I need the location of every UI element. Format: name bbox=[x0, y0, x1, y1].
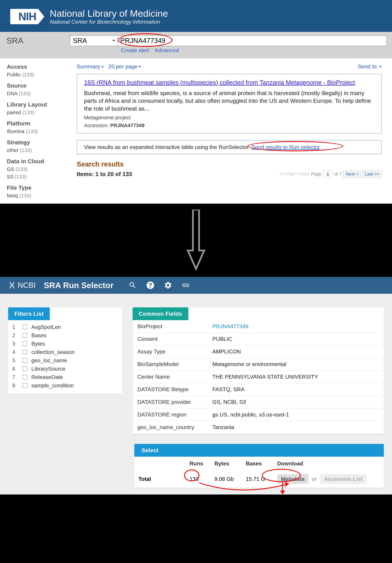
search-input[interactable] bbox=[118, 35, 387, 46]
facet-item[interactable]: S3 (133) bbox=[7, 174, 65, 179]
select-tab: Select bbox=[134, 444, 384, 457]
filter-row[interactable]: 4collection_season bbox=[12, 348, 118, 356]
filters-panel: Filters List 1AvgSpotLen 2Bases 3Bytes 4… bbox=[8, 307, 122, 394]
facet-head: Platform bbox=[7, 120, 65, 127]
filter-row[interactable]: 5geo_loc_name bbox=[12, 356, 118, 365]
run-selector-header: NCBI SRA Run Selector ? bbox=[0, 277, 392, 294]
flow-arrow-icon bbox=[0, 204, 392, 277]
pager-page-label: Page bbox=[311, 171, 321, 177]
search-results-heading: Search results bbox=[77, 160, 382, 168]
col-download: Download bbox=[273, 457, 384, 471]
col-runs: Runs bbox=[185, 457, 210, 471]
facet-item[interactable]: other (133) bbox=[7, 147, 65, 153]
service-label: SRA bbox=[5, 36, 70, 45]
filter-row[interactable]: 6LibrarySource bbox=[12, 365, 118, 373]
facet-item[interactable]: fastq (133) bbox=[7, 193, 65, 199]
link-icon[interactable] bbox=[182, 281, 190, 289]
annotation-arrow-icon bbox=[279, 482, 286, 494]
send-to-dropdown[interactable]: Send to: bbox=[358, 64, 382, 70]
pager-page-input[interactable] bbox=[323, 170, 333, 178]
facet-head: Library Layout bbox=[7, 101, 65, 108]
facet-head: Access bbox=[7, 64, 65, 70]
advanced-link[interactable]: Advanced bbox=[155, 47, 179, 53]
send-to-runselector-link[interactable]: Send results to Run selector bbox=[251, 144, 320, 150]
svg-text:?: ? bbox=[148, 282, 152, 289]
filter-row[interactable]: 1AvgSpotLen bbox=[12, 323, 118, 331]
field-row: ConsentPUBLIC bbox=[133, 333, 384, 345]
facet-item[interactable]: GS (133) bbox=[7, 166, 65, 172]
filters-tab: Filters List bbox=[8, 307, 50, 320]
or-label: or bbox=[312, 476, 317, 482]
facet-head: Strategy bbox=[7, 139, 65, 146]
pager-prev: < Prev bbox=[296, 171, 309, 177]
field-row: geo_loc_name_countryTanzania bbox=[133, 421, 384, 434]
field-row: DATASTORE filetypeFASTQ, SRA bbox=[133, 383, 384, 396]
filter-row[interactable]: 3Bytes bbox=[12, 340, 118, 348]
result-title-link[interactable]: 16S rRNA from bushmeat samples (multispe… bbox=[84, 79, 355, 86]
nlm-subtitle: National Center for Biotechnology Inform… bbox=[50, 19, 168, 25]
facet-head: Source bbox=[7, 82, 65, 89]
items-count: Items: 1 to 20 of 133 bbox=[77, 171, 132, 177]
facet-item[interactable]: Public (133) bbox=[7, 72, 65, 77]
result-accession: Accession: PRJNA477349 bbox=[84, 123, 374, 128]
facet-item[interactable]: paired (133) bbox=[7, 110, 65, 115]
help-icon[interactable]: ? bbox=[146, 281, 154, 289]
col-bytes: Bytes bbox=[210, 457, 242, 471]
facet-head: File Type bbox=[7, 184, 65, 191]
select-panel: Select Runs Bytes Bases Download Total 1… bbox=[134, 444, 384, 488]
nlm-title: National Library of Medicine bbox=[50, 8, 168, 19]
field-row: BioProjectPRJNA477349 bbox=[133, 320, 384, 333]
pager-of-label: of 7 bbox=[334, 171, 342, 177]
field-row: Assay TypeAMPLICON bbox=[133, 345, 384, 358]
col-bases: Bases bbox=[242, 457, 273, 471]
pager-first: << First bbox=[280, 171, 295, 177]
result-card: 16S rRNA from bushmeat samples (multispe… bbox=[77, 74, 382, 134]
summary-dropdown[interactable]: Summary bbox=[77, 64, 104, 70]
filter-row[interactable]: 8sample_condition bbox=[12, 381, 118, 390]
facet-item[interactable]: DNA (133) bbox=[7, 91, 65, 96]
result-meta: Metagenome project bbox=[84, 115, 374, 120]
total-label: Total bbox=[138, 476, 151, 482]
per-page-dropdown[interactable]: 20 per page bbox=[108, 64, 141, 70]
bioproject-link[interactable]: PRJNA477349 bbox=[212, 323, 248, 329]
facet-item[interactable]: Illumina (133) bbox=[7, 128, 65, 134]
filter-row[interactable]: 7ReleaseDate bbox=[12, 373, 118, 381]
filter-row[interactable]: 2Bases bbox=[12, 331, 118, 340]
field-row: DATASTORE regiongs.US, ncbi.public, s3.u… bbox=[133, 408, 384, 421]
field-row: BioSampleModelMetagenome or environmenta… bbox=[133, 358, 384, 371]
nih-logo[interactable]: NIH bbox=[10, 9, 44, 24]
facet-head: Data in Cloud bbox=[7, 158, 65, 165]
pager-last[interactable]: Last >> bbox=[363, 171, 382, 178]
common-fields-tab: Common Fields bbox=[133, 307, 188, 320]
result-description: Bushmeat, meat from wildlife species, is… bbox=[84, 89, 374, 113]
run-selector-title: SRA Run Selector bbox=[44, 281, 114, 290]
database-select[interactable]: SRA bbox=[70, 35, 118, 46]
annotation-arrow-icon bbox=[197, 481, 289, 495]
ncbi-logo[interactable]: NCBI bbox=[8, 281, 36, 290]
field-row: Center NameTHE PENNSYLVANIA STATE UNIVER… bbox=[133, 371, 384, 383]
pager-next[interactable]: Next > bbox=[343, 171, 361, 178]
common-fields-panel: Common Fields BioProjectPRJNA477349 Cons… bbox=[133, 307, 384, 434]
runselector-bar: View results as an expanded interactive … bbox=[77, 140, 382, 154]
search-icon[interactable] bbox=[129, 281, 137, 289]
nlm-header: NIH National Library of Medicine Nationa… bbox=[0, 0, 392, 32]
gear-icon[interactable] bbox=[164, 281, 172, 289]
field-row: DATASTORE providerGS, NCBI, S3 bbox=[133, 396, 384, 408]
facet-sidebar: Access Public (133) Source DNA (133) Lib… bbox=[0, 58, 70, 204]
accession-list-button[interactable]: Accession List bbox=[320, 474, 366, 484]
create-alert-link[interactable]: Create alert bbox=[121, 47, 149, 53]
